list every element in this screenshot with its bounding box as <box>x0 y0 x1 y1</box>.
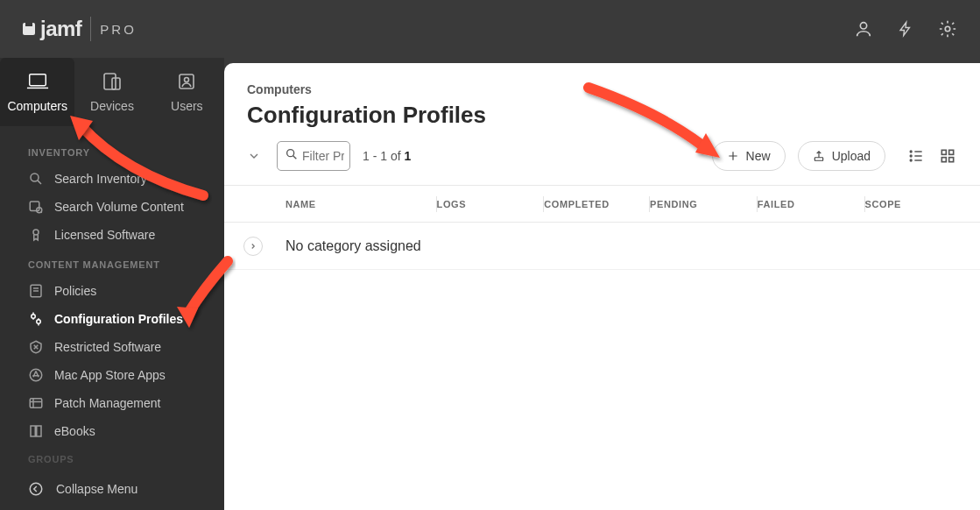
topbar: jamf PRO <box>0 0 980 58</box>
collapse-menu-button[interactable]: Collapse Menu <box>0 468 224 510</box>
sidebar-item-search-volume[interactable]: Search Volume Content <box>0 193 224 221</box>
sidebar-section-inventory: INVENTORY <box>0 137 224 165</box>
book-icon <box>28 423 44 439</box>
page-header: Computers Configuration Profiles <box>224 63 980 141</box>
count-total: 1 <box>404 149 411 163</box>
sidebar-item-restricted-software[interactable]: Restricted Software <box>0 333 224 361</box>
brand-logo[interactable]: jamf PRO <box>23 17 137 41</box>
sidebar-section-content: CONTENT MANAGEMENT <box>0 249 224 277</box>
svg-rect-2 <box>29 74 46 86</box>
search-icon <box>28 171 44 187</box>
laptop-icon <box>26 71 49 92</box>
sidebar: Computers Devices Users INVENTORY Search… <box>0 58 224 510</box>
svg-point-12 <box>32 315 36 319</box>
tab-label: Computers <box>7 99 67 113</box>
license-icon <box>28 227 44 243</box>
tab-users[interactable]: Users <box>150 58 224 126</box>
col-completed[interactable]: COMPLETED <box>544 199 650 209</box>
page-title: Configuration Profiles <box>247 102 957 129</box>
tab-label: Devices <box>90 99 134 113</box>
svg-point-19 <box>910 151 912 152</box>
policies-icon <box>28 283 44 299</box>
main-panel: Computers Configuration Profiles 1 - 1 o… <box>224 63 980 510</box>
svg-point-10 <box>33 230 39 235</box>
sidebar-item-licensed-software[interactable]: Licensed Software <box>0 221 224 249</box>
result-count: 1 - 1 of 1 <box>363 149 411 163</box>
col-scope[interactable]: SCOPE <box>865 199 957 209</box>
breadcrumb[interactable]: Computers <box>247 82 957 96</box>
sidebar-item-mac-app-store[interactable]: Mac App Store Apps <box>0 361 224 389</box>
users-icon <box>175 71 198 92</box>
col-name[interactable]: NAME <box>286 199 437 209</box>
sidebar-item-label: Patch Management <box>54 396 160 410</box>
svg-point-20 <box>910 155 912 157</box>
sidebar-item-label: Policies <box>54 284 96 298</box>
list-view-icon[interactable] <box>906 146 926 166</box>
svg-rect-8 <box>30 202 39 211</box>
volume-search-icon <box>28 199 44 215</box>
col-failed[interactable]: FAILED <box>758 199 865 209</box>
sidebar-item-label: Mac App Store Apps <box>54 368 166 382</box>
brand-divider <box>90 17 91 41</box>
upload-label: Upload <box>832 149 871 163</box>
restricted-icon <box>28 339 44 355</box>
plus-icon <box>727 150 739 162</box>
sidebar-nav: INVENTORY Search Inventory Search Volume… <box>0 126 224 468</box>
tab-devices[interactable]: Devices <box>74 58 149 126</box>
entity-tabs: Computers Devices Users <box>0 58 224 126</box>
user-icon[interactable] <box>854 19 873 39</box>
sidebar-item-label: Search Volume Content <box>54 200 184 214</box>
tab-label: Users <box>171 99 203 113</box>
sidebar-item-label: Configuration Profiles <box>54 312 183 326</box>
sidebar-item-search-inventory[interactable]: Search Inventory <box>0 165 224 193</box>
sidebar-item-label: Search Inventory <box>54 172 147 186</box>
sidebar-item-patch-management[interactable]: Patch Management <box>0 389 224 417</box>
sidebar-item-label: Licensed Software <box>54 228 155 242</box>
sidebar-section-groups: GROUPS <box>0 445 224 464</box>
app-store-icon <box>28 367 44 383</box>
collapse-all-button[interactable] <box>243 145 264 166</box>
svg-rect-3 <box>104 74 116 89</box>
patch-icon <box>28 395 44 411</box>
view-toggle <box>906 146 957 166</box>
config-profiles-icon <box>28 311 44 327</box>
gear-icon[interactable] <box>938 19 957 39</box>
svg-point-13 <box>37 320 41 324</box>
new-button[interactable]: New <box>712 141 786 171</box>
collapse-icon <box>28 481 44 497</box>
expand-row-button[interactable] <box>243 237 263 256</box>
svg-point-21 <box>910 159 912 161</box>
sidebar-item-label: Restricted Software <box>54 340 161 354</box>
sidebar-item-label: eBooks <box>54 424 95 438</box>
col-pending[interactable]: PENDING <box>650 199 758 209</box>
sidebar-item-config-profiles[interactable]: Configuration Profiles <box>0 305 224 333</box>
count-prefix: 1 - 1 of <box>363 149 404 163</box>
tab-computers[interactable]: Computers <box>0 58 74 126</box>
svg-rect-15 <box>30 399 42 408</box>
svg-rect-23 <box>949 150 954 154</box>
svg-point-0 <box>860 23 866 29</box>
filter-input[interactable] <box>302 149 344 163</box>
toolbar: 1 - 1 of 1 New Upload <box>224 141 980 186</box>
table-header: NAME LOGS COMPLETED PENDING FAILED SCOPE <box>224 186 980 223</box>
brand-name: jamf <box>40 17 81 41</box>
bolt-icon[interactable] <box>896 19 915 39</box>
sidebar-item-ebooks[interactable]: eBooks <box>0 417 224 445</box>
filter-input-wrap[interactable] <box>277 141 350 171</box>
svg-rect-22 <box>941 150 946 154</box>
sidebar-item-policies[interactable]: Policies <box>0 277 224 305</box>
svg-rect-18 <box>814 158 822 161</box>
jamf-mark-icon <box>23 23 35 35</box>
table-row[interactable]: No category assigned <box>224 223 980 270</box>
upload-icon <box>813 150 825 162</box>
devices-icon <box>101 71 123 92</box>
row-category-label: No category assigned <box>286 238 421 254</box>
brand-suffix: PRO <box>100 22 137 37</box>
collapse-label: Collapse Menu <box>56 482 137 496</box>
svg-point-17 <box>287 150 294 157</box>
col-logs[interactable]: LOGS <box>437 199 545 209</box>
search-icon <box>285 147 299 165</box>
grid-view-icon[interactable] <box>938 146 957 166</box>
svg-point-16 <box>30 483 42 495</box>
upload-button[interactable]: Upload <box>798 141 885 171</box>
